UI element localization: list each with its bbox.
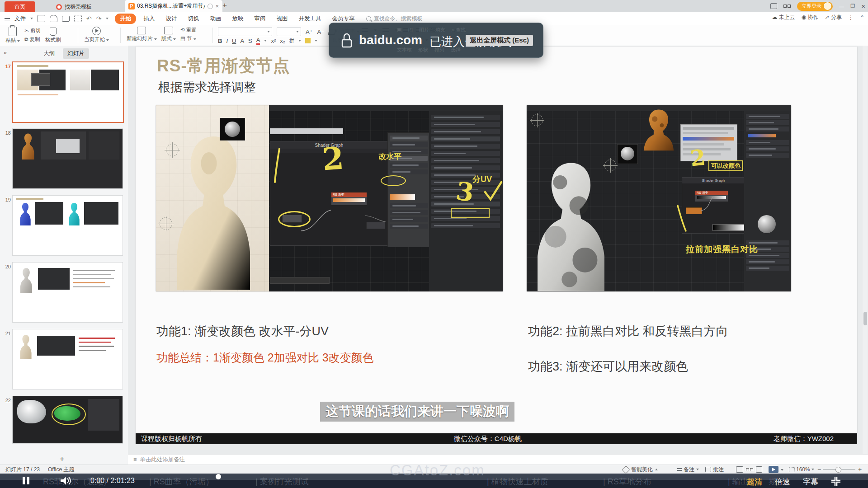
reset-button[interactable]: ⟲ 重置 [180,27,197,33]
subtitle-button[interactable]: 字幕 [803,477,818,487]
hamburger-icon[interactable] [5,17,10,21]
attr-window-light [680,124,737,161]
speed-button[interactable]: 倍速 [775,477,790,487]
slide-thumbnail-20[interactable] [12,262,123,323]
shader-graph-title: Shader Graph [682,178,745,183]
menu-transition[interactable]: 切换 [184,14,203,24]
menu-devtools[interactable]: 开发工具 [295,14,325,24]
collapse-ribbon-icon[interactable]: ⌃ [860,14,864,21]
menu-review[interactable]: 审阅 [250,14,269,24]
view-reading-icon[interactable] [756,466,762,473]
font-size-select[interactable] [277,27,301,36]
beautify-button[interactable]: 智能美化 [623,466,658,474]
new-slide-button[interactable]: 新建幻灯片 [127,27,157,42]
notes-toggle[interactable]: 备注 [677,466,699,474]
slide-thumbnail-19[interactable] [12,195,123,256]
grow-font-button[interactable]: A⁺ [306,28,313,35]
tab-outline[interactable]: 大纲 [39,48,59,59]
output-icon[interactable] [50,15,57,22]
pause-button[interactable] [23,477,29,484]
theme-name[interactable]: Office 主题 [48,466,74,474]
collaborate-button[interactable]: ◉ 协作 [802,14,819,21]
format-painter-button[interactable]: 格式刷 [45,28,61,43]
slide-canvas[interactable]: RS-常用渐变节点 根据需求选择调整 [136,47,857,444]
font-color-button[interactable]: A [256,37,260,45]
login-button[interactable]: 立即登录 [797,2,833,11]
grid-icon[interactable] [783,5,791,8]
tab-slides[interactable]: 幻灯片 [63,48,89,59]
cloud-status[interactable]: ☁ 未上云 [772,14,795,21]
cut-button[interactable]: ✂ 剪切 [24,28,41,34]
italic-button[interactable]: I [226,38,228,44]
tab-docer[interactable]: 找稻壳模板 [52,1,124,12]
menu-animation[interactable]: 动画 [206,14,225,24]
exit-fullscreen-icon[interactable] [831,476,841,486]
comments-button[interactable]: 批注 [705,466,724,474]
superscript-button[interactable]: x² [271,38,276,44]
time-display: 0:00 / 2:01:23 [90,477,135,485]
tab-title: 03.RS摄像机...设置+常用节点 [137,2,205,10]
file-menu[interactable]: 文件 [14,15,26,23]
exit-fullscreen-button[interactable]: 退出全屏模式 (Esc) [466,35,533,46]
font-name-select[interactable] [218,27,272,36]
close-button[interactable]: × [861,2,865,10]
scrollbar-thumb[interactable] [863,312,867,325]
slide-thumbnail-18[interactable] [12,128,123,189]
view-normal-icon[interactable] [736,466,743,473]
new-tab-button[interactable]: + [222,1,227,10]
shrink-font-button[interactable]: A⁻ [317,28,325,35]
zoom-slider-handle[interactable] [835,467,841,473]
quality-button[interactable]: 超清 [747,477,762,487]
slideshow-play-button[interactable] [769,466,778,473]
copy-button[interactable]: ⧉ 复制 [24,36,41,43]
menu-home[interactable]: 开始 [115,14,136,24]
more-icon[interactable]: ⋮ [848,14,854,21]
underline-button[interactable]: U [232,38,236,44]
paste-button[interactable]: 粘贴 [5,27,20,44]
command-search[interactable]: 查找命令、搜索模板 [366,15,422,23]
zoom-in-button[interactable]: + [858,466,862,473]
menu-insert[interactable]: 插入 [140,14,158,24]
redo-icon[interactable]: ↷ [96,15,102,22]
phonetic-button[interactable]: 拼 [289,38,294,44]
save-icon[interactable] [38,15,45,22]
history-caret-icon[interactable] [106,18,108,19]
feature1-text: 功能1: 渐变改颜色 改水平-分UV [156,323,329,339]
slide-thumbnail-22[interactable] [12,396,123,444]
layout-button[interactable]: 版式 [161,27,176,42]
share-button[interactable]: ↗ 分享 [825,14,842,21]
menu-view[interactable]: 视图 [273,14,291,24]
notes-icon: ≡ [133,456,137,463]
char-button[interactable]: A [240,38,244,44]
tab-home[interactable]: 首页 [5,1,35,12]
play-options-caret[interactable] [781,469,783,471]
bold-button[interactable]: B [218,38,222,44]
undo-icon[interactable]: ↶ [86,15,92,22]
restore-button[interactable]: ❐ [850,3,855,9]
view-sorter-icon[interactable] [746,468,753,471]
minimize-button[interactable]: — [839,4,844,9]
zoom-level[interactable]: 160% [789,466,814,473]
play-from-current-button[interactable]: 当页开始 [84,27,109,43]
section-button[interactable]: ▤ 节 [180,35,197,42]
mini-window-icon[interactable] [770,3,777,9]
tab-close-icon[interactable]: × [215,3,219,9]
volume-icon[interactable] [60,476,71,485]
seek-handle[interactable] [216,474,221,479]
preview-icon[interactable] [74,15,82,22]
strike-button[interactable]: S [248,38,252,44]
material-preview [617,144,638,164]
subscript-button[interactable]: x₂ [280,38,285,44]
vertical-scrollbar[interactable] [863,46,868,454]
zoom-out-button[interactable]: − [817,466,821,473]
slide-thumbnail-17[interactable] [12,61,124,123]
add-slide-button[interactable]: + [60,455,65,464]
menu-design[interactable]: 设计 [162,14,180,24]
tab-document-active[interactable]: P 03.RS摄像机...设置+常用节点 × [125,0,222,12]
slide-thumbnail-21[interactable] [12,329,123,389]
menu-slideshow[interactable]: 放映 [228,14,247,24]
notes-bar[interactable]: ≡ 单击此处添加备注 [128,454,868,465]
highlight-button[interactable] [305,38,311,43]
footer-center: 微信公众号：C4D杨帆 [202,435,774,443]
print-icon[interactable] [62,16,70,22]
